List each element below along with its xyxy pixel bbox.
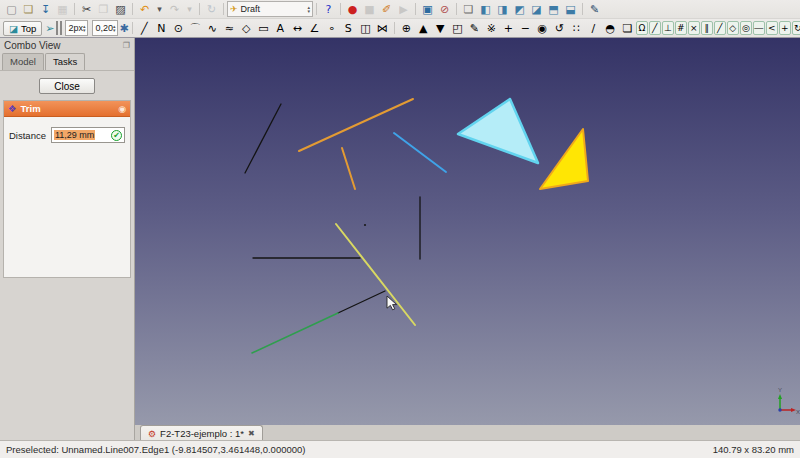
document-tab[interactable]: ⚙ F2-T23-ejemplo : 1* ✖ [140,425,263,441]
snap-endpoint-button[interactable]: ╱ [649,21,661,35]
refresh-button[interactable]: ↻ [203,2,220,17]
view-right-button[interactable]: ◪ [528,2,545,17]
orange-line-short[interactable] [342,148,355,189]
draft-dimension-button[interactable]: ↔ [289,21,306,36]
view-front-button[interactable]: ◨ [494,2,511,17]
snap-lock-button[interactable]: Ω [636,21,648,35]
stop-debugging-button[interactable]: ⊘ [436,2,453,17]
undo-dropdown-button[interactable]: ▾ [153,2,166,17]
draft-array-button[interactable]: ∷ [568,21,585,36]
face-color-swatch[interactable] [60,21,62,35]
view-bottom-button[interactable]: ⬓ [562,2,579,17]
redo-button[interactable]: ↷ [166,2,183,17]
distance-input[interactable]: 11,29 mm ✔ [51,127,125,143]
view-fit-all-button[interactable]: ❏ [460,2,477,17]
draft-point-icon: ∘ [328,22,335,35]
new-file-button[interactable]: ▢ [3,2,20,17]
draft-upgrade-button[interactable]: ▲ [415,21,432,36]
draft-angle-dimension-button[interactable]: ∠ [306,21,323,36]
debug-macro-button[interactable]: ▣ [419,2,436,17]
draft-trimex-button[interactable]: ※ [483,21,500,36]
draft-to-sketch-button[interactable]: ↺ [551,21,568,36]
yellow-triangle[interactable] [540,129,588,189]
draft-rectangle-button[interactable]: ▭ [255,21,272,36]
point-object[interactable] [364,224,366,226]
tab-tasks[interactable]: Tasks [45,53,85,70]
print-button[interactable]: ▦ [54,2,71,17]
macro-record-button[interactable]: ● [344,2,361,17]
tab-model[interactable]: Model [2,53,44,70]
blue-line[interactable] [394,133,446,172]
panel-float-icon[interactable]: ❐ [123,41,130,50]
paste-button[interactable]: ▨ [112,2,129,17]
draft-clone-button[interactable]: ❏ [619,21,636,36]
text-scale-spinner[interactable]: 0,20 ▴▾ [92,20,118,36]
draft-shape-2d-view-button[interactable]: ◉ [534,21,551,36]
view-axonometric-button[interactable]: ◧ [477,2,494,17]
whats-this-button[interactable]: ? [320,2,337,17]
snap-extension-button[interactable]: ◎ [740,21,752,35]
snap-center-button[interactable]: ◇ [727,21,739,35]
spinner-arrows-icon[interactable]: ▴▾ [83,24,87,32]
yellow-line-long[interactable] [336,224,415,325]
close-task-button[interactable]: Close [39,78,95,94]
draft-move-button[interactable]: ⊕ [398,21,415,36]
copy-button[interactable]: ❐ [95,2,112,17]
draft-scale-button[interactable]: ◰ [449,21,466,36]
line-color-swatch[interactable] [56,21,58,35]
set-working-plane-button[interactable]: ➢ [45,21,54,36]
draft-facebinder-button[interactable]: ◫ [357,21,374,36]
draft-add-point-button[interactable]: + [500,21,517,36]
view-top-button[interactable]: ◩ [511,2,528,17]
spinner-arrows-icon[interactable]: ▴▾ [113,24,117,32]
draft-circle-button[interactable]: ⊙ [170,21,187,36]
cyan-triangle[interactable] [458,99,538,163]
draft-wire-button[interactable]: N [153,21,170,36]
macro-execute-button[interactable]: ▶ [395,2,412,17]
draft-bspline-button[interactable]: ∿ [204,21,221,36]
orange-line-long[interactable] [299,99,413,151]
black-line-diagonal[interactable] [338,291,385,313]
draft-slope-button[interactable]: ∕ [585,21,602,36]
draft-line-button[interactable]: ╱ [136,21,153,36]
cut-button[interactable]: ✂ [78,2,95,17]
draft-toggle-display-button[interactable]: ◓ [602,21,619,36]
snap-dimensions-button[interactable]: ― [753,21,765,35]
snap-near-button[interactable]: ╱ [714,21,726,35]
draft-text-button[interactable]: A [272,21,289,36]
undo-button[interactable]: ↶ [136,2,153,17]
view-rear-button[interactable]: ⬒ [545,2,562,17]
working-plane-button[interactable]: ◪ Top [3,21,42,36]
line-width-spinner[interactable]: 2px ▴▾ [65,20,88,36]
snap-parallel-button[interactable]: ∥ [701,21,713,35]
snap-midpoint-button[interactable]: + [779,21,791,35]
snap-angle-button[interactable]: < [766,21,778,35]
green-line[interactable] [252,313,338,353]
macro-dialog-button[interactable]: ✐ [378,2,395,17]
construction-mode-button[interactable]: ✱ [120,21,129,36]
macro-stop-button[interactable]: ■ [361,2,378,17]
save-file-button[interactable]: ↧ [37,2,54,17]
draft-downgrade-button[interactable]: ▼ [432,21,449,36]
workbench-dropdown-arrows-icon[interactable]: ▴▾ [307,5,310,13]
task-help-icon[interactable]: ◉ [118,104,126,114]
workbench-selector[interactable]: ✈ Draft ▴▾ [227,1,313,17]
draft-del-point-button[interactable]: − [517,21,534,36]
draft-polygon-button[interactable]: ◇ [238,21,255,36]
3d-viewport[interactable]: XY [135,38,800,425]
draft-point-button[interactable]: ∘ [323,21,340,36]
snap-ortho-button[interactable]: ↻ [792,21,800,35]
snap-intersection-button[interactable]: × [688,21,700,35]
black-line-1[interactable] [245,104,281,173]
draft-shapestring-button[interactable]: S [340,21,357,36]
snap-grid-button[interactable]: # [675,21,687,35]
draft-bezier-button[interactable]: ≈ [221,21,238,36]
redo-dropdown-button[interactable]: ▾ [183,2,196,17]
snap-perpendicular-button[interactable]: ⊥ [662,21,674,35]
open-file-button[interactable]: ❏ [20,2,37,17]
draft-mirror-button[interactable]: ⋈ [374,21,391,36]
draft-arc-button[interactable]: ⌒ [187,21,204,36]
draft-edit-button[interactable]: ✎ [466,21,483,36]
measure-distance-button[interactable]: ✎ [586,2,603,17]
tab-close-icon[interactable]: ✖ [248,429,255,438]
